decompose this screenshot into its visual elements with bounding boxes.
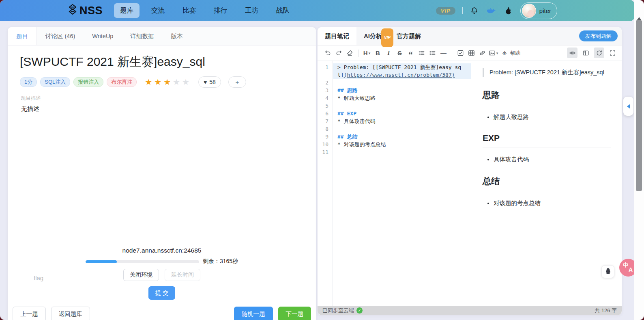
- panel-layout-icon[interactable]: [580, 48, 591, 58]
- star-icon[interactable]: ★: [154, 78, 161, 86]
- quote-icon[interactable]: “: [405, 48, 416, 58]
- eraser-icon[interactable]: [344, 48, 355, 58]
- problem-tab-0[interactable]: 题目: [8, 27, 37, 45]
- time-progressbar: [86, 260, 199, 263]
- preview-heading-0: 思路: [483, 89, 611, 105]
- translate-icon: 中: [623, 262, 628, 269]
- description-label: 题目描述: [21, 95, 316, 102]
- editor-body: 1> Problem: [[SWPUCTF 2021 新生赛]easy_sql]…: [318, 61, 622, 306]
- qq-contact-button[interactable]: [601, 265, 614, 278]
- ordered-list-icon[interactable]: [427, 48, 438, 58]
- nav-item-4[interactable]: 工坊: [239, 3, 264, 18]
- tag-1[interactable]: SQL注入: [40, 77, 70, 87]
- user-menu[interactable]: piter: [520, 2, 557, 19]
- undo-icon[interactable]: [322, 48, 333, 58]
- line-number: 10: [318, 141, 333, 148]
- preview-heading-1: EXP: [483, 133, 611, 147]
- bold-icon[interactable]: B: [372, 48, 383, 58]
- strike-icon[interactable]: S: [394, 48, 405, 58]
- navbar-right: VIP pit: [436, 0, 557, 21]
- hr-icon[interactable]: —: [438, 48, 449, 58]
- line-content: ## 思路: [333, 86, 471, 94]
- preview-list-0: 解题大致思路: [483, 113, 611, 121]
- sync-icon[interactable]: [594, 48, 604, 58]
- nav-item-2[interactable]: 比赛: [176, 3, 202, 18]
- problem-tab-2[interactable]: WriteUp: [84, 27, 122, 45]
- nss-logo[interactable]: NSS: [68, 3, 103, 18]
- avatar: [522, 4, 536, 18]
- editor-line: 2: [318, 79, 471, 86]
- fullscreen-icon[interactable]: [607, 48, 618, 58]
- flag-input[interactable]: [33, 274, 285, 282]
- preview-eye-icon[interactable]: [567, 48, 577, 58]
- preview-list-2: 对该题的考点总结: [483, 199, 611, 207]
- footer-button-3[interactable]: 下一题: [278, 307, 311, 320]
- heading-icon[interactable]: H▾: [361, 48, 372, 58]
- time-left-label: 剩余：3165秒: [203, 258, 238, 265]
- footer-button-1[interactable]: 返回题库: [51, 307, 90, 320]
- nav-item-1[interactable]: 交流: [145, 3, 171, 18]
- help-button[interactable]: 帮助: [510, 48, 521, 58]
- flame-icon[interactable]: [503, 5, 514, 16]
- nav-item-3[interactable]: 排行: [208, 3, 233, 18]
- line-content: > Problem: [[SWPUCTF 2021 新生赛]easy_sql](…: [333, 63, 471, 79]
- checkbox-icon[interactable]: [455, 48, 466, 58]
- scroll-up-icon[interactable]: [637, 15, 642, 20]
- problem-tab-4[interactable]: 版本: [162, 27, 191, 45]
- docker-icon[interactable]: [486, 5, 497, 16]
- editor-line: 5: [318, 102, 471, 110]
- publish-writeup-button[interactable]: 发布到题解: [579, 30, 618, 41]
- markdown-editor[interactable]: 1> Problem: [[SWPUCTF 2021 新生赛]easy_sql]…: [318, 61, 471, 306]
- list-item: 解题大致思路: [494, 113, 611, 121]
- problem-tab-1[interactable]: 讨论区 (46): [37, 27, 84, 45]
- nav-item-5[interactable]: 战队: [270, 3, 296, 18]
- nav-item-0[interactable]: 题库: [114, 3, 140, 18]
- problem-tabbar: 题目讨论区 (46)WriteUp详细数据版本: [8, 27, 316, 45]
- likes-button[interactable]: ♥ 58: [198, 76, 221, 88]
- note-tab-1[interactable]: AI分析VIP: [356, 27, 389, 45]
- note-tab-2[interactable]: 官方题解: [389, 27, 428, 45]
- preview-problem-link[interactable]: [SWPUCTF 2021 新生赛]easy_sql: [515, 69, 604, 76]
- problem-title: [SWPUCTF 2021 新生赛]easy_sql: [20, 54, 316, 70]
- note-tabbar: 题目笔记AI分析VIP官方题解发布到题解: [318, 27, 622, 45]
- vip-badge[interactable]: VIP: [436, 7, 455, 15]
- line-number: 9: [318, 133, 333, 141]
- add-list-button[interactable]: +: [228, 76, 246, 88]
- footer-button-2[interactable]: 随机一题: [234, 307, 273, 320]
- submit-button[interactable]: 提 交: [148, 286, 175, 300]
- star-rating[interactable]: ★★★★★: [145, 78, 189, 86]
- line-content: * 解题大致思路: [333, 94, 471, 102]
- chevron-down-icon: ▾: [496, 51, 498, 55]
- environment-address-link[interactable]: node7.anna.nssctf.cn:24685: [122, 247, 202, 254]
- italic-icon[interactable]: I: [383, 48, 394, 58]
- star-icon[interactable]: ★: [145, 78, 152, 86]
- page-scrollbar[interactable]: [634, 0, 644, 320]
- problem-tab-3[interactable]: 详细数据: [122, 27, 162, 45]
- bell-icon[interactable]: [469, 5, 480, 16]
- note-tab-0[interactable]: 题目笔记: [318, 27, 356, 45]
- toolbar-divider: [358, 50, 358, 57]
- code-icon[interactable]: ‹/›: [499, 48, 510, 58]
- sync-status: 已同步至云端 ✓: [322, 307, 363, 314]
- footer-button-0[interactable]: 上一题: [13, 307, 46, 320]
- tag-0[interactable]: 1分: [20, 77, 37, 87]
- tag-3[interactable]: 布尔盲注: [107, 77, 137, 87]
- star-icon[interactable]: ★: [182, 78, 189, 86]
- flag-input-wrap: [33, 274, 283, 282]
- editor-line: 1> Problem: [[SWPUCTF 2021 新生赛]easy_sql]…: [318, 63, 471, 79]
- image-icon[interactable]: ▾: [488, 48, 499, 58]
- qq-penguin-icon: [605, 268, 612, 276]
- table-icon[interactable]: [466, 48, 477, 58]
- star-icon[interactable]: ★: [163, 78, 171, 86]
- link-icon[interactable]: [477, 48, 488, 58]
- collapse-panel-handle[interactable]: [623, 97, 633, 116]
- scrollbar-thumb[interactable]: [636, 20, 642, 191]
- line-number: 6: [318, 110, 333, 117]
- redo-icon[interactable]: [333, 48, 344, 58]
- unordered-list-icon[interactable]: [416, 48, 427, 58]
- tab-vip-badge: VIP: [381, 28, 393, 47]
- star-icon[interactable]: ★: [173, 78, 180, 86]
- problem-footer-nav: 上一题返回题库随机一题下一题: [13, 307, 311, 320]
- tag-2[interactable]: 报错注入: [73, 77, 103, 87]
- line-content: ## EXP: [333, 110, 471, 117]
